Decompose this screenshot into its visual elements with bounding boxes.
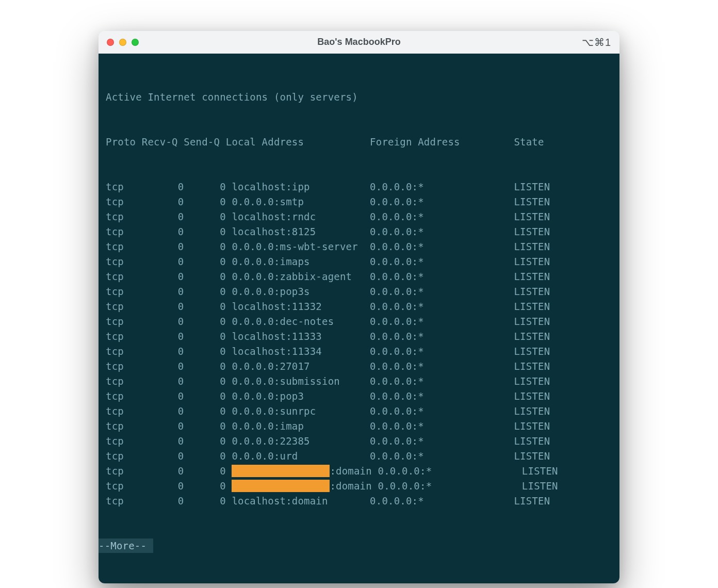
- table-row: tcp 0 0 localhost:domain 0.0.0.0:* LISTE…: [106, 494, 612, 509]
- close-icon[interactable]: [107, 39, 114, 46]
- table-row: tcp 0 0 0.0.0.0:zabbix-agent 0.0.0.0:* L…: [106, 269, 612, 284]
- table-row: tcp 0 0 0.0.0.0:imaps 0.0.0.0:* LISTEN: [106, 254, 612, 269]
- table-row: tcp 0 0 localhost:ipp 0.0.0.0:* LISTEN: [106, 179, 612, 194]
- window-title: Bao's MacbookPro: [99, 37, 619, 47]
- traffic-lights: [107, 39, 139, 46]
- window-shortcut: ⌥⌘1: [582, 36, 611, 48]
- column-headers: Proto Recv-Q Send-Q Local Address Foreig…: [106, 135, 612, 150]
- table-row: tcp 0 0 localhost:11334 0.0.0.0:* LISTEN: [106, 344, 612, 359]
- zoom-icon[interactable]: [132, 39, 139, 46]
- table-row: tcp 0 0 localhost:11333 0.0.0.0:* LISTEN: [106, 329, 612, 344]
- table-row: tcp 0 0 0.0.0.0:dec-notes 0.0.0.0:* LIST…: [106, 314, 612, 329]
- table-row: tcp 0 0 localhost:rndc 0.0.0.0:* LISTEN: [106, 209, 612, 224]
- table-row: tcp 0 0 0.0.0.0:sunrpc 0.0.0.0:* LISTEN: [106, 404, 612, 419]
- table-row: tcp 0 0 0.0.0.0:submission 0.0.0.0:* LIS…: [106, 374, 612, 389]
- table-row: tcp 0 0 0.0.0.0:22385 0.0.0.0:* LISTEN: [106, 434, 612, 449]
- table-row: tcp 0 0 localhost:11332 0.0.0.0:* LISTEN: [106, 299, 612, 314]
- redacted-block: [232, 480, 330, 492]
- minimize-icon[interactable]: [119, 39, 126, 46]
- table-row: tcp 0 0 0.0.0.0:smtp 0.0.0.0:* LISTEN: [106, 194, 612, 209]
- redacted-block: [232, 465, 330, 477]
- titlebar[interactable]: Bao's MacbookPro ⌥⌘1: [99, 31, 619, 54]
- table-row: tcp 0 0 0.0.0.0:urd 0.0.0.0:* LISTEN: [106, 449, 612, 464]
- table-row: tcp 0 0 0.0.0.0:pop3 0.0.0.0:* LISTEN: [106, 389, 612, 404]
- terminal-window: Bao's MacbookPro ⌥⌘1 Active Internet con…: [99, 31, 619, 583]
- table-row: tcp 0 0 0.0.0.0:imap 0.0.0.0:* LISTEN: [106, 419, 612, 434]
- table-row: tcp 0 0 :domain 0.0.0.0:* LISTEN: [106, 464, 612, 479]
- banner-line: Active Internet connections (only server…: [106, 90, 612, 105]
- terminal-body[interactable]: Active Internet connections (only server…: [99, 54, 619, 583]
- table-row: tcp 0 0 0.0.0.0:ms-wbt-server 0.0.0.0:* …: [106, 239, 612, 254]
- table-row: tcp 0 0 :domain 0.0.0.0:* LISTEN: [106, 479, 612, 494]
- table-row: tcp 0 0 0.0.0.0:pop3s 0.0.0.0:* LISTEN: [106, 284, 612, 299]
- more-prompt[interactable]: --More--: [99, 538, 153, 553]
- table-row: tcp 0 0 0.0.0.0:27017 0.0.0.0:* LISTEN: [106, 359, 612, 374]
- table-row: tcp 0 0 localhost:8125 0.0.0.0:* LISTEN: [106, 224, 612, 239]
